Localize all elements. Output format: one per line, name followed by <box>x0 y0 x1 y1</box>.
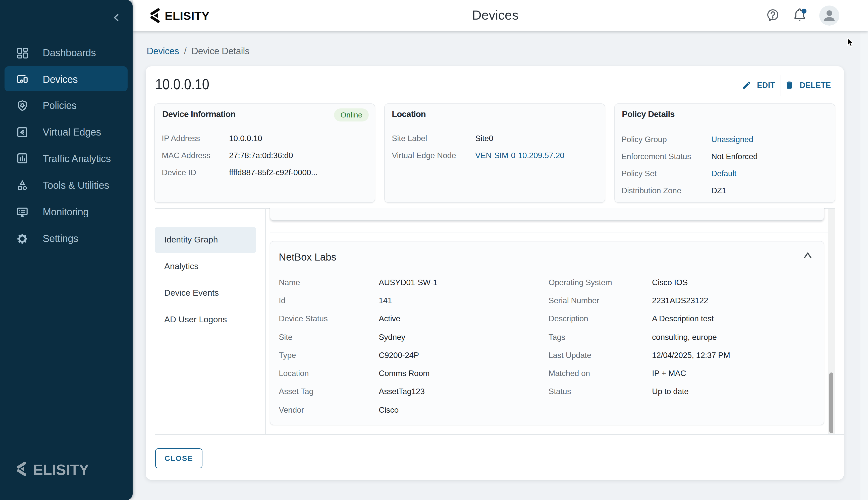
svg-text:ELISITY: ELISITY <box>165 10 210 22</box>
svg-text:ELISITY: ELISITY <box>33 461 89 478</box>
